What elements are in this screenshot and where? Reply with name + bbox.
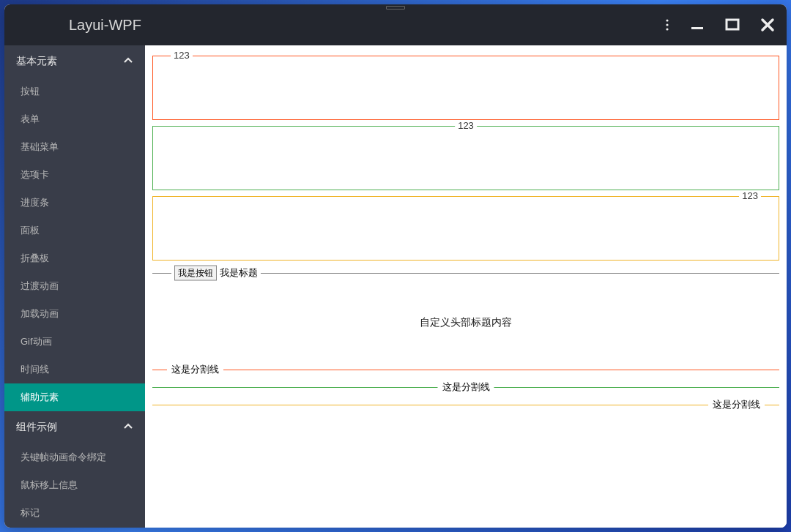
titlebar[interactable]: Layui-WPF (4, 4, 787, 45)
sidebar-item-label: 标记 (21, 506, 40, 520)
svg-point-0 (666, 19, 668, 21)
sidebar-item-label: 折叠板 (21, 252, 49, 265)
body: 基本元素 按钮 表单 基础菜单 选项卡 进度条 面板 折叠板 过渡动画 加载动画… (4, 45, 787, 528)
divider-center: 这是分割线 (152, 381, 779, 394)
titlebar-grip[interactable] (381, 4, 410, 10)
divider-line (152, 405, 779, 405)
sidebar-item-keyframe[interactable]: 关键帧动画命令绑定 (4, 443, 145, 471)
divider-line (152, 370, 779, 370)
sidebar-item-transition[interactable]: 过渡动画 (4, 272, 145, 300)
sidebar-item-panel[interactable]: 面板 (4, 217, 145, 244)
sidebar-item-label: Gif动画 (21, 335, 52, 348)
sidebar-item-button[interactable]: 按钮 (4, 78, 145, 105)
svg-point-2 (666, 28, 668, 30)
sidebar-item-label: 按钮 (21, 85, 40, 98)
sidebar-item-label: 进度条 (21, 196, 49, 209)
sidebar-item-label: 加载动画 (21, 307, 59, 321)
inline-title-row: 我是按钮 我是标题 (152, 266, 779, 280)
sidebar-item-auxiliary[interactable]: 辅助元素 (4, 383, 145, 411)
sidebar-item-timeline[interactable]: 时间线 (4, 356, 145, 383)
maximize-icon (725, 18, 740, 32)
sidebar-item-progress[interactable]: 进度条 (4, 189, 145, 217)
divider-text: 这是分割线 (438, 381, 494, 394)
sidebar-item-collapse[interactable]: 折叠板 (4, 244, 145, 272)
close-icon (760, 18, 775, 32)
minimize-icon (690, 18, 705, 32)
divider-right: 这是分割线 (152, 398, 779, 411)
sidebar-item-gif[interactable]: Gif动画 (4, 328, 145, 356)
minimize-button[interactable] (690, 18, 705, 32)
fieldset-right: 123 (152, 196, 779, 261)
fieldset-left: 123 (152, 56, 779, 120)
sidebar-item-loading[interactable]: 加载动画 (4, 300, 145, 328)
sidebar-group-label: 基本元素 (16, 55, 57, 68)
more-button[interactable] (665, 18, 669, 31)
window-controls (665, 18, 775, 32)
svg-rect-3 (691, 27, 703, 29)
divider-text: 这是分割线 (167, 363, 223, 376)
inline-title-text: 我是标题 (220, 267, 258, 278)
sidebar-group-label: 组件示例 (16, 421, 57, 434)
sidebar-item-label: 鼠标移上信息 (21, 479, 78, 492)
svg-point-1 (666, 23, 668, 26)
fieldset-center: 123 (152, 126, 779, 190)
svg-rect-4 (727, 20, 738, 29)
divider-left: 这是分割线 (152, 363, 779, 376)
sidebar-item-label: 基础菜单 (21, 141, 59, 154)
sidebar-group-examples[interactable]: 组件示例 (4, 411, 145, 443)
divider-text: 这是分割线 (708, 398, 765, 411)
sidebar-item-label: 关键帧动画命令绑定 (21, 451, 106, 464)
sidebar-item-badge[interactable]: 标记 (4, 499, 145, 527)
chevron-up-icon (123, 422, 133, 434)
sidebar-item-label: 辅助元素 (21, 391, 59, 404)
sidebar-item-mouseover[interactable]: 鼠标移上信息 (4, 471, 145, 499)
sidebar: 基本元素 按钮 表单 基础菜单 选项卡 进度条 面板 折叠板 过渡动画 加载动画… (4, 45, 145, 528)
sidebar-item-label: 面板 (21, 224, 40, 237)
app-title: Layui-WPF (69, 17, 141, 34)
sidebar-item-label: 过渡动画 (21, 280, 59, 293)
sidebar-group-basic[interactable]: 基本元素 (4, 45, 145, 78)
maximize-button[interactable] (725, 18, 740, 32)
sidebar-item-tab[interactable]: 选项卡 (4, 161, 145, 189)
close-button[interactable] (760, 18, 775, 32)
custom-header-content: 自定义头部标题内容 (152, 280, 779, 359)
sidebar-item-label: 表单 (21, 113, 40, 126)
inline-button[interactable]: 我是按钮 (174, 266, 217, 281)
sidebar-item-basemenu[interactable]: 基础菜单 (4, 133, 145, 161)
sidebar-item-label: 选项卡 (21, 168, 49, 181)
fieldset-legend: 123 (171, 50, 193, 61)
more-vert-icon (665, 18, 669, 31)
chevron-up-icon (123, 56, 133, 68)
sidebar-item-form[interactable]: 表单 (4, 105, 145, 133)
fieldset-legend: 123 (739, 190, 761, 201)
content-area: 123 123 123 我是按钮 我是标题 自定义头部标题内容 这是分割线 (145, 45, 787, 528)
app-window: Layui-WPF 基本元素 按钮 表单 基础菜单 选项卡 (4, 4, 787, 528)
inline-label-group: 我是按钮 我是标题 (171, 266, 261, 281)
fieldset-legend: 123 (455, 120, 477, 131)
sidebar-item-label: 时间线 (21, 363, 49, 376)
